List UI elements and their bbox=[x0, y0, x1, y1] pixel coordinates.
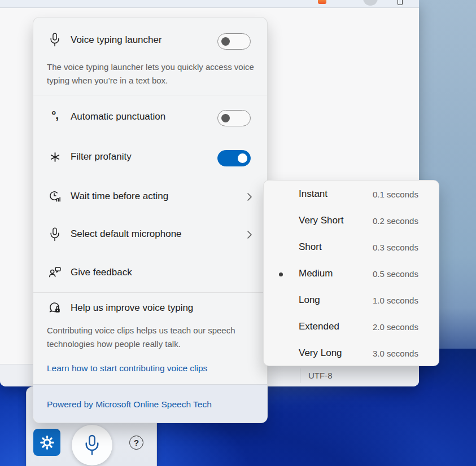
section-description: Contributing voice clips helps us teach … bbox=[47, 324, 257, 351]
divider bbox=[33, 292, 267, 293]
chat-lock-icon bbox=[47, 301, 63, 314]
voice-typing-settings-flyout: Voice typing launcher The voice typing l… bbox=[33, 17, 268, 423]
browser-toolbar bbox=[0, 0, 419, 8]
menu-item-give-feedback[interactable]: Give feedback bbox=[33, 258, 267, 287]
section-powered-by: Powered by Microsoft Online Speech Tech bbox=[33, 384, 267, 423]
voice-typing-launcher-toggle[interactable] bbox=[217, 33, 251, 50]
wait-time-option-short[interactable]: Short 0.3 seconds bbox=[264, 235, 439, 261]
setting-label: Voice typing launcher bbox=[71, 34, 162, 46]
browser-menu-icon[interactable] bbox=[398, 0, 403, 5]
wait-time-menu: Instant 0.1 seconds Very Short 0.2 secon… bbox=[263, 180, 439, 366]
status-bar-divider bbox=[300, 368, 300, 383]
microphone-button[interactable] bbox=[72, 425, 112, 465]
microphone-icon bbox=[84, 434, 101, 456]
extension-icon[interactable] bbox=[318, 0, 326, 4]
person-feedback-icon bbox=[47, 266, 63, 278]
degree-comma-icon: °, bbox=[47, 109, 63, 121]
wait-time-option-medium[interactable]: Medium 0.5 seconds bbox=[264, 261, 439, 288]
menu-item-label: Wait time before acting bbox=[71, 191, 168, 202]
chevron-right-icon bbox=[247, 192, 252, 201]
clock-history-icon bbox=[47, 190, 63, 203]
menu-item-label: Select default microphone bbox=[71, 228, 182, 240]
setting-label: Filter profanity bbox=[71, 151, 132, 162]
chevron-right-icon bbox=[247, 230, 252, 239]
learn-voice-clips-link[interactable]: Learn how to start contributing voice cl… bbox=[47, 363, 207, 373]
filter-profanity-toggle[interactable] bbox=[217, 150, 251, 166]
wait-time-option-very-short[interactable]: Very Short 0.2 seconds bbox=[264, 208, 439, 235]
encoding-status: UTF-8 bbox=[308, 371, 333, 380]
menu-item-wait-time[interactable]: Wait time before acting bbox=[33, 182, 267, 211]
setting-label: Automatic punctuation bbox=[71, 111, 165, 122]
microphone-icon bbox=[47, 227, 63, 241]
help-button[interactable]: ? bbox=[129, 436, 143, 450]
wait-time-option-very-long[interactable]: Very Long 3.0 seconds bbox=[264, 341, 439, 367]
menu-item-label: Give feedback bbox=[71, 267, 132, 278]
powered-by-link[interactable]: Powered by Microsoft Online Speech Tech bbox=[47, 399, 212, 410]
asterisk-icon bbox=[47, 152, 63, 162]
divider bbox=[33, 95, 267, 95]
microphone-icon bbox=[47, 33, 63, 47]
question-mark-icon: ? bbox=[134, 438, 139, 447]
wait-time-option-extended[interactable]: Extended 2.0 seconds bbox=[264, 314, 439, 341]
setting-description: The voice typing launcher lets you quick… bbox=[47, 60, 257, 87]
settings-button[interactable] bbox=[33, 429, 60, 456]
avatar[interactable] bbox=[363, 0, 378, 6]
section-title: Help us improve voice typing bbox=[71, 302, 193, 314]
wait-time-option-long[interactable]: Long 1.0 seconds bbox=[264, 288, 439, 314]
gear-icon bbox=[40, 435, 55, 450]
selected-indicator bbox=[279, 272, 283, 276]
wait-time-option-instant[interactable]: Instant 0.1 seconds bbox=[264, 182, 439, 208]
menu-item-select-microphone[interactable]: Select default microphone bbox=[33, 219, 267, 249]
automatic-punctuation-toggle[interactable] bbox=[217, 110, 251, 126]
desktop: UTF-8 bbox=[0, 0, 476, 466]
